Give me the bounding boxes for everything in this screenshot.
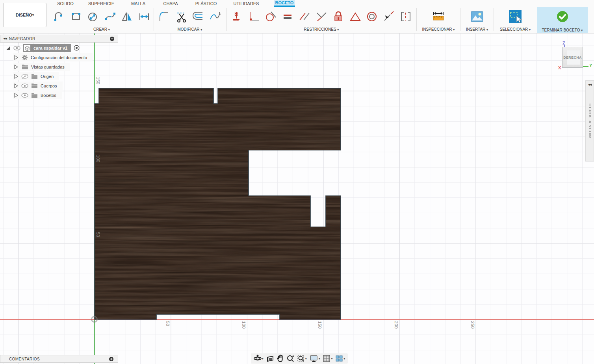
navigator-item-doc-settings[interactable]: Configuración del documento bbox=[0, 53, 118, 61]
look-at-button[interactable] bbox=[266, 355, 274, 362]
sketch-profile[interactable] bbox=[95, 88, 341, 319]
sketch-palette-collapsed[interactable]: ◀◀ PALETA DE BOCETO bbox=[585, 80, 594, 162]
visibility-off-eye-icon[interactable] bbox=[21, 74, 28, 79]
expand-arrow-icon[interactable] bbox=[13, 64, 19, 70]
expand-arrow-icon[interactable] bbox=[13, 92, 19, 98]
perpendicular-constraint-icon[interactable] bbox=[315, 10, 328, 23]
sketch-origin-point[interactable] bbox=[91, 316, 98, 323]
select-tool-icon[interactable] bbox=[509, 10, 522, 23]
expand-palette-icon[interactable]: ◀◀ bbox=[586, 83, 594, 86]
line-arc-tool-icon[interactable] bbox=[52, 10, 66, 23]
trim-tool-icon[interactable] bbox=[175, 10, 188, 23]
fillet-tool-icon[interactable] bbox=[158, 10, 171, 23]
zoom-button[interactable] bbox=[286, 355, 294, 362]
concentric-constraint-icon[interactable] bbox=[365, 10, 379, 23]
seleccionar-label[interactable]: SELECCIONAR bbox=[496, 27, 535, 32]
restricciones-label[interactable]: RESTRICCIONES bbox=[230, 27, 412, 32]
design-menu-button[interactable]: DISEÑO bbox=[3, 3, 46, 27]
rectangle-tool-icon[interactable] bbox=[69, 10, 83, 23]
folder-icon bbox=[22, 64, 28, 70]
viewports-dropdown-caret[interactable]: ▾ bbox=[343, 357, 345, 360]
navigator-header[interactable]: ◀◀ NAVEGADOR bbox=[0, 35, 118, 43]
collapse-left-icon[interactable]: ◀◀ bbox=[3, 37, 7, 40]
sketch-dimension-tool-icon[interactable] bbox=[137, 10, 151, 23]
expand-arrow-icon[interactable] bbox=[13, 83, 19, 89]
measure-tool-icon[interactable] bbox=[432, 10, 445, 23]
viewports-button[interactable]: ▾ bbox=[335, 355, 345, 362]
grid-snap-button[interactable]: ▾ bbox=[323, 355, 332, 362]
fit-dropdown-caret[interactable]: ▾ bbox=[305, 357, 307, 360]
orbit-dropdown-caret[interactable]: ▾ bbox=[262, 357, 264, 360]
visibility-eye-icon[interactable] bbox=[21, 93, 28, 98]
horizontal-vertical-constraint-icon[interactable] bbox=[247, 10, 261, 23]
tab-superficie[interactable]: SUPERFICIE bbox=[86, 0, 116, 7]
visibility-eye-icon[interactable] bbox=[21, 83, 28, 89]
equal-constraint-icon[interactable] bbox=[281, 10, 294, 23]
coincident-constraint-icon[interactable] bbox=[230, 10, 244, 23]
fit-button[interactable]: ▾ bbox=[297, 355, 307, 362]
group-inspeccionar: INSPECCIONAR bbox=[419, 8, 458, 32]
insertar-label[interactable]: INSERTAR bbox=[462, 27, 492, 32]
expand-arrow-icon[interactable] bbox=[13, 54, 19, 61]
expand-arrow-icon[interactable] bbox=[13, 73, 19, 80]
navigator-title: NAVEGADOR bbox=[9, 37, 35, 41]
edit-curve-tool-icon[interactable] bbox=[208, 10, 222, 23]
terminar-boceto-tile[interactable]: TERMINAR BOCETO bbox=[537, 7, 588, 33]
y-axis-stub bbox=[583, 66, 588, 67]
mirror-tool-icon[interactable] bbox=[121, 10, 134, 23]
tab-malla[interactable]: MALLA bbox=[129, 0, 147, 7]
expanded-arrow-icon[interactable] bbox=[6, 45, 11, 51]
group-modificar: MODIFICAR bbox=[158, 8, 222, 32]
tab-solido[interactable]: SOLIDO bbox=[56, 0, 75, 7]
pan-button[interactable] bbox=[277, 355, 284, 362]
navigator-item-bodies[interactable]: Cuerpos bbox=[0, 82, 118, 90]
activate-radio-icon[interactable] bbox=[74, 45, 80, 51]
grid-dropdown-caret[interactable]: ▾ bbox=[331, 357, 332, 360]
orbit-button[interactable]: ▾ bbox=[254, 355, 264, 362]
component-cube-icon bbox=[24, 45, 31, 52]
minimize-circle-icon[interactable] bbox=[110, 36, 115, 41]
item-label: Configuración del documento bbox=[31, 55, 87, 60]
x-tick-200: 200 bbox=[394, 321, 399, 329]
viewcube[interactable]: DERECHA bbox=[562, 47, 583, 68]
add-comment-icon[interactable] bbox=[109, 357, 114, 362]
offset-tool-icon[interactable] bbox=[191, 10, 205, 23]
finish-sketch-check-icon[interactable] bbox=[556, 10, 569, 23]
modificar-label[interactable]: MODIFICAR bbox=[158, 27, 222, 32]
spline-tool-icon[interactable] bbox=[104, 10, 117, 23]
folder-icon bbox=[31, 93, 38, 98]
tab-plastico[interactable]: PLÁSTICO bbox=[194, 0, 218, 7]
document-name: cara espaldar v1 bbox=[33, 46, 67, 50]
inspeccionar-label[interactable]: INSPECCIONAR bbox=[419, 27, 458, 32]
midpoint-constraint-icon[interactable] bbox=[349, 10, 362, 23]
symmetry-constraint-icon[interactable] bbox=[399, 10, 412, 23]
z-axis-stub bbox=[564, 45, 565, 47]
tab-boceto[interactable]: BOCETO bbox=[274, 0, 295, 7]
visibility-eye-icon[interactable] bbox=[13, 46, 20, 50]
tab-chapa[interactable]: CHAPA bbox=[161, 0, 180, 7]
navigator-item-sketches[interactable]: Bocetos bbox=[0, 91, 118, 99]
tangent-constraint-icon[interactable] bbox=[264, 10, 278, 23]
insert-image-icon[interactable] bbox=[470, 10, 484, 23]
group-crear: CREAR bbox=[52, 8, 151, 32]
tab-utilidades[interactable]: UTILIDADES bbox=[232, 0, 260, 7]
circle-tool-icon[interactable] bbox=[86, 10, 100, 23]
sketch-palette-label: PALETA DE BOCETO bbox=[588, 104, 592, 138]
separator bbox=[494, 8, 494, 31]
display-settings-button[interactable]: ▾ bbox=[310, 355, 320, 362]
crear-label[interactable]: CREAR bbox=[52, 27, 151, 32]
navigator-root-row[interactable]: cara espaldar v1 bbox=[0, 44, 118, 52]
parallel-constraint-icon[interactable] bbox=[298, 10, 311, 23]
x-tick-100: 100 bbox=[241, 321, 246, 329]
x-tick-250: 250 bbox=[470, 321, 475, 329]
folder-icon bbox=[31, 83, 38, 89]
group-insertar: INSERTAR bbox=[462, 8, 492, 32]
collinear-constraint-icon[interactable] bbox=[382, 10, 395, 23]
viewcube-face-label[interactable]: DERECHA bbox=[563, 56, 582, 59]
navigator-item-origin[interactable]: Origen bbox=[0, 72, 118, 80]
display-dropdown-caret[interactable]: ▾ bbox=[319, 357, 320, 360]
comments-bar[interactable]: COMENTARIOS bbox=[0, 355, 118, 363]
fix-constraint-icon[interactable] bbox=[332, 10, 345, 23]
item-label: Bocetos bbox=[41, 93, 56, 98]
navigator-item-saved-views[interactable]: Vistas guardadas bbox=[0, 63, 118, 71]
